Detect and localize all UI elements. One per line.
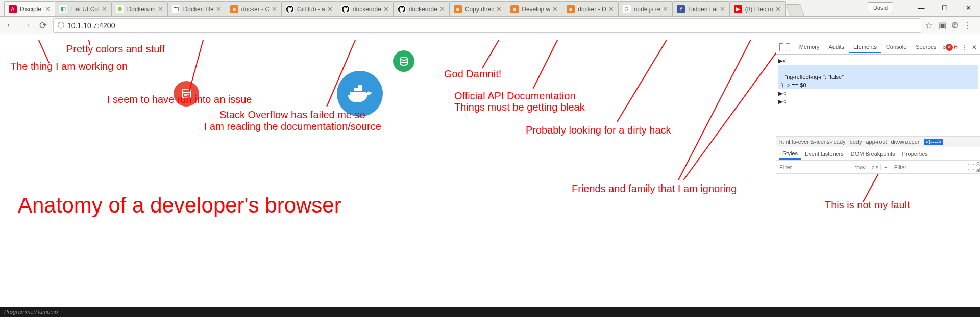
- browser-tab[interactable]: ◧Flat UI Col✕: [55, 1, 112, 16]
- tab-close-icon[interactable]: ✕: [327, 5, 333, 13]
- tab-title: Hidden Lal: [688, 6, 717, 13]
- tab-close-icon[interactable]: ✕: [45, 5, 51, 13]
- star-icon[interactable]: ☆: [925, 20, 933, 30]
- devtools-tab[interactable]: Console: [882, 42, 911, 53]
- browser-tab[interactable]: 🗔Docker: Re✕: [167, 1, 226, 16]
- tab-close-icon[interactable]: ✕: [383, 5, 389, 13]
- inspect-element-icon[interactable]: [779, 43, 783, 51]
- tab-title: Dockerizin: [127, 6, 156, 13]
- chrome-user-badge[interactable]: David: [868, 2, 893, 13]
- svg-point-11: [400, 57, 407, 60]
- svg-line-13: [82, 40, 90, 45]
- devtools-tab[interactable]: Audits: [824, 42, 848, 53]
- svg-line-23: [533, 40, 571, 89]
- url-field[interactable]: ⓘ 10.1.10.7:4200: [53, 18, 921, 33]
- browser-tab[interactable]: dockerode✕: [393, 1, 450, 16]
- browser-tab[interactable]: ⬢Dockerizin✕: [111, 1, 168, 16]
- tab-close-icon[interactable]: ✕: [496, 5, 502, 13]
- dom-tree[interactable]: ▶< "ng-reflect-ng-if": "false" }--> == $…: [776, 55, 980, 136]
- tab-close-icon[interactable]: ✕: [439, 5, 445, 13]
- browser-tab[interactable]: Gnode.js re✕: [618, 1, 673, 16]
- error-count: 6: [954, 44, 958, 51]
- forward-button[interactable]: →: [20, 19, 33, 32]
- devtools-settings-icon[interactable]: ⋮: [962, 44, 968, 51]
- dom-node[interactable]: ▶<: [778, 57, 978, 65]
- breadcrumb-item[interactable]: html.fa-events-icons-ready: [779, 139, 846, 145]
- close-window-button[interactable]: ✕: [957, 0, 980, 15]
- dom-node[interactable]: ▶<: [778, 97, 978, 105]
- browser-tab[interactable]: ≡Copy direc✕: [449, 1, 506, 16]
- styles-subtab[interactable]: Event Listeners: [802, 149, 847, 159]
- tab-close-icon[interactable]: ✕: [216, 5, 222, 13]
- browser-tab[interactable]: ≡docker - C✕: [226, 1, 282, 16]
- devtools-close-icon[interactable]: ✕: [972, 44, 977, 51]
- properties-filter-input[interactable]: [891, 164, 968, 170]
- tab-title: Develop w: [522, 6, 550, 13]
- browser-tab[interactable]: fHidden Lal✕: [672, 1, 729, 16]
- show-all-checkbox[interactable]: [968, 164, 974, 170]
- new-tab-button[interactable]: [786, 4, 805, 16]
- tab-close-icon[interactable]: ✕: [608, 5, 614, 13]
- back-button[interactable]: ←: [4, 19, 16, 32]
- tab-favicon: G: [623, 5, 631, 13]
- browser-tab[interactable]: ADisciple✕: [4, 1, 55, 16]
- browser-tab[interactable]: ≡Develop w✕: [506, 1, 562, 16]
- device-toolbar-icon[interactable]: [786, 43, 790, 51]
- camera-icon[interactable]: ▣: [939, 20, 946, 30]
- styles-subtab[interactable]: DOM Breakpoints: [848, 149, 898, 159]
- tab-close-icon[interactable]: ✕: [775, 5, 781, 13]
- breadcrumb-item[interactable]: <!---->: [924, 139, 944, 145]
- devtools-tab[interactable]: Elements: [849, 42, 881, 53]
- dom-node[interactable]: ▶<: [778, 89, 978, 97]
- tab-favicon: ≡: [454, 5, 462, 13]
- browser-tab[interactable]: ≡docker - D✕: [562, 1, 618, 16]
- tab-favicon: [286, 5, 294, 13]
- devtools-panel: MemoryAuditsElementsConsoleSources » ✕ 6…: [776, 40, 980, 307]
- browser-tab[interactable]: ▶(8) Electro✕: [729, 1, 786, 16]
- annotation-not-fault: This is not my fault: [825, 199, 910, 211]
- dom-node[interactable]: [778, 65, 978, 73]
- hov-toggle[interactable]: :hov: [853, 164, 868, 170]
- error-badge-icon[interactable]: ✕: [946, 44, 953, 51]
- new-style-rule-button[interactable]: +: [881, 164, 891, 170]
- tab-title: docker - C: [241, 6, 270, 13]
- styles-filter-input[interactable]: [776, 164, 853, 170]
- minimize-button[interactable]: —: [910, 0, 933, 15]
- tab-close-icon[interactable]: ✕: [158, 5, 163, 13]
- styles-pane[interactable]: This is not my fault: [776, 174, 980, 307]
- dom-node[interactable]: "ng-reflect-ng-if": "false": [778, 73, 978, 81]
- svg-line-26: [683, 40, 776, 180]
- site-info-icon[interactable]: ⓘ: [58, 21, 64, 30]
- breadcrumb-item[interactable]: app-root: [866, 139, 887, 145]
- tab-favicon: ≡: [510, 5, 519, 13]
- breadcrumb-item[interactable]: div.wrapper: [891, 139, 919, 145]
- tab-title: docker - D: [578, 6, 606, 13]
- breadcrumb-item[interactable]: body: [850, 139, 862, 145]
- dom-breadcrumb[interactable]: html.fa-events-icons-readybodyapp-rootdi…: [776, 136, 980, 147]
- red-app-icon[interactable]: [174, 81, 199, 107]
- cast-icon[interactable]: ⎚: [952, 20, 958, 30]
- cls-toggle[interactable]: .cls: [868, 164, 881, 170]
- tab-favicon: [398, 5, 406, 13]
- tab-close-icon[interactable]: ✕: [102, 5, 107, 13]
- tab-close-icon[interactable]: ✕: [552, 5, 558, 13]
- docker-app-icon[interactable]: [337, 71, 383, 117]
- tab-close-icon[interactable]: ✕: [720, 5, 725, 13]
- devtools-tab[interactable]: Sources: [912, 42, 940, 53]
- browser-tab[interactable]: GitHub - a✕: [281, 1, 337, 16]
- browser-tab[interactable]: dockerode✕: [337, 1, 394, 16]
- tab-favicon: ≡: [230, 5, 238, 13]
- reload-button[interactable]: ⟳: [37, 19, 49, 32]
- tab-close-icon[interactable]: ✕: [663, 5, 668, 13]
- dom-node[interactable]: }--> == $0: [778, 81, 978, 89]
- menu-icon[interactable]: ⋮: [964, 20, 972, 30]
- tab-title: Docker: Re: [183, 6, 214, 13]
- maximize-button[interactable]: ☐: [933, 0, 957, 15]
- devtools-tab[interactable]: Memory: [795, 42, 824, 53]
- styles-subtab[interactable]: Styles: [779, 148, 801, 160]
- tab-close-icon[interactable]: ✕: [272, 5, 277, 13]
- styles-subtab[interactable]: Properties: [899, 149, 931, 159]
- tab-title: Disciple: [20, 6, 43, 13]
- green-app-icon[interactable]: [393, 50, 414, 72]
- devtools-more-tabs[interactable]: »: [943, 44, 946, 51]
